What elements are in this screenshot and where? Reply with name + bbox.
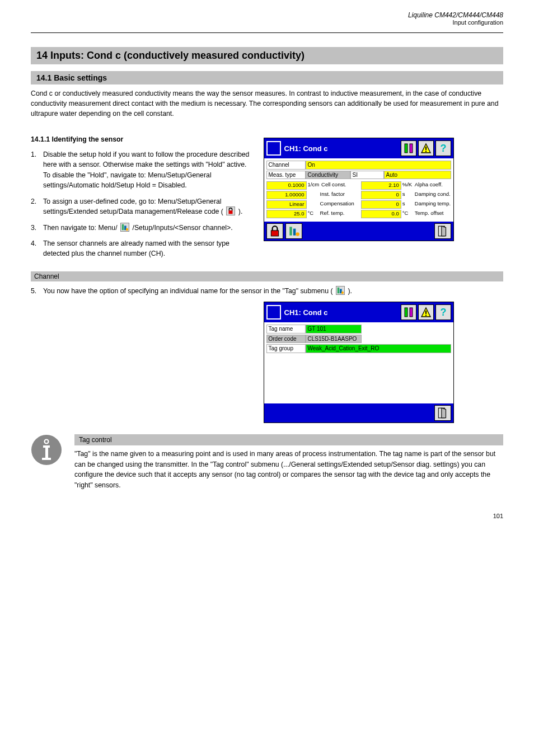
help-icon[interactable]: ?	[435, 304, 451, 320]
ordercode-field: CLS15D-B1AASPO	[306, 335, 362, 344]
svg-point-13	[296, 232, 299, 236]
doc-title: Liquiline CM442/CM444/CM448	[0, 11, 503, 19]
param-compensation: LinearCompensation	[266, 200, 355, 209]
svg-rect-0	[229, 210, 233, 214]
lock-button[interactable]	[266, 223, 283, 239]
svg-rect-23	[425, 315, 427, 316]
svg-rect-4	[405, 144, 407, 153]
tagname-field[interactable]: GT 101	[306, 325, 362, 334]
tip-block: Tag control "Tag" is the name given to a…	[31, 434, 503, 490]
info-icon	[31, 434, 64, 467]
subsection-heading: 14.1.1 Identifying the sensor	[31, 134, 252, 144]
svg-rect-10	[271, 231, 278, 236]
page-number: 101	[0, 513, 503, 519]
chapter-name: Input configuration	[0, 19, 503, 26]
tag-body: Tag name GT 101 Order code CLS15D-B1AASP…	[264, 322, 453, 403]
param-cell-const: 0.10001/cmCell const.	[266, 181, 355, 190]
ordercode-label: Order code	[266, 335, 306, 344]
tip-title: Tag control	[74, 434, 503, 445]
system-box-icon	[266, 305, 281, 320]
unit-system-field[interactable]: SI	[350, 171, 384, 180]
intro-paragraph: Cond c or conductively measured conducti…	[31, 89, 503, 119]
page-header: Liquiline CM442/CM444/CM448 Input config…	[0, 11, 534, 31]
svg-marker-26	[441, 408, 446, 418]
tagname-label: Tag name	[266, 325, 306, 334]
channel-field[interactable]: On	[306, 161, 451, 170]
step-list: 1. Disable the setup hold if you want to…	[31, 149, 252, 259]
tools-button[interactable]	[285, 223, 302, 239]
window-status-icon[interactable]	[401, 140, 416, 156]
step-1: 1. Disable the setup hold if you want to…	[31, 149, 252, 191]
param-damp-cond: 0sDamping cond.	[361, 191, 452, 199]
svg-rect-1	[122, 224, 124, 230]
svg-marker-15	[441, 226, 446, 236]
step-2: 2. To assign a user-defined code, go to:…	[31, 196, 252, 217]
window-status-icon[interactable]	[401, 304, 416, 320]
window-titlebar: CH1: Cond c ?	[264, 302, 453, 322]
svg-rect-31	[42, 458, 51, 460]
tip-paragraph: "Tag" is the name given to a measuring p…	[74, 449, 503, 490]
settings-body: Channel On Meas. type Conductivity SI Au…	[264, 158, 453, 222]
svg-rect-11	[289, 227, 292, 235]
svg-rect-20	[410, 308, 413, 317]
step-5: 5. You now have the option of specifying…	[31, 286, 503, 296]
gauge-icon	[336, 286, 345, 295]
window-title: CH1: Cond c	[284, 308, 401, 317]
taggroup-label: Tag group	[266, 344, 306, 353]
window-title: CH1: Cond c	[284, 144, 401, 153]
param-damp-temp: 0sDamping temp.	[361, 200, 452, 209]
svg-rect-12	[293, 229, 295, 236]
taggroup-field[interactable]: Weak_Acid_Cation_Exit_RO	[306, 344, 451, 353]
svg-point-18	[341, 292, 344, 294]
tag-window: CH1: Cond c ? Tag name GT 101	[264, 302, 454, 423]
warning-icon[interactable]	[418, 304, 434, 320]
svg-rect-7	[425, 147, 427, 150]
svg-rect-22	[425, 311, 427, 314]
meastype-field[interactable]: Conductivity	[306, 171, 350, 180]
param-temp-offset: 0.0°CTemp. offset	[361, 210, 452, 218]
warning-icon[interactable]	[418, 140, 434, 156]
svg-rect-19	[405, 308, 407, 317]
step-4: 4. The sensor channels are already named…	[31, 238, 252, 259]
svg-text:?: ?	[440, 307, 446, 318]
range-field[interactable]: Auto	[384, 171, 451, 180]
param-inst-factor: 1.00000Inst. factor	[266, 191, 355, 199]
gauge-icon	[120, 223, 129, 232]
window-footer	[264, 222, 453, 241]
window-titlebar: CH1: Cond c ?	[264, 138, 453, 158]
window-footer	[264, 403, 453, 422]
svg-rect-5	[410, 144, 413, 153]
help-icon[interactable]: ?	[435, 140, 451, 156]
channel-label: Channel	[266, 161, 306, 170]
channel-subheading: Channel	[31, 271, 503, 281]
param-alpha: 2.10%/KAlpha coeff.	[361, 181, 452, 190]
header-rule	[31, 32, 503, 33]
system-box-icon	[266, 141, 281, 156]
settings-window: CH1: Cond c ? Channel On	[264, 138, 454, 241]
svg-rect-30	[45, 445, 48, 459]
step-3: 3. Then navigate to: Menu/ /Setup/Inputs…	[31, 223, 252, 233]
svg-rect-8	[425, 151, 427, 152]
exit-button[interactable]	[434, 223, 451, 239]
lock-icon	[226, 206, 235, 215]
svg-text:?: ?	[440, 143, 446, 154]
svg-point-3	[126, 228, 128, 230]
param-ref-temp: 25.0°CRef. temp.	[266, 210, 355, 218]
svg-rect-16	[338, 288, 340, 294]
meastype-label: Meas. type	[266, 171, 306, 180]
section-heading-1: 14 Inputs: Cond c (conductively measured…	[31, 47, 503, 64]
exit-button[interactable]	[434, 405, 451, 421]
section-heading-2: 14.1 Basic settings	[31, 71, 503, 84]
